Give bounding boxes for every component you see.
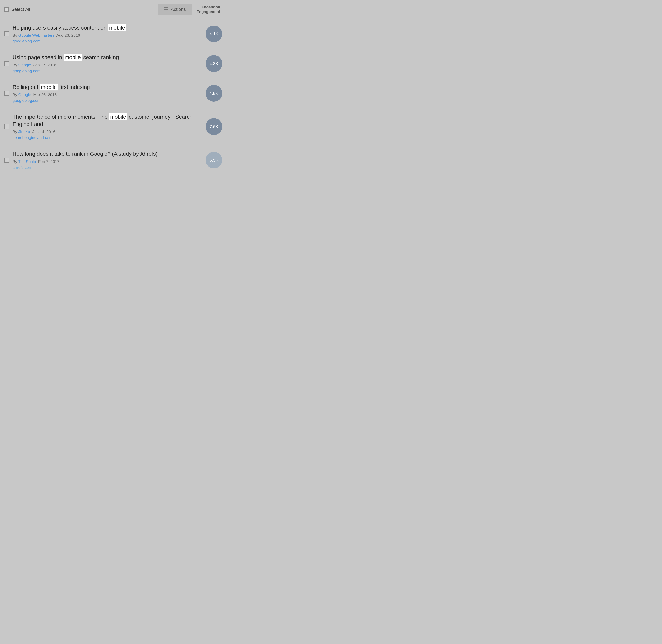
item-title-4: The importance of micro-moments: The mob… [13,113,202,128]
item-domain-2[interactable]: googleblog.com [13,69,41,73]
item-checkbox-2[interactable] [4,61,9,66]
svg-rect-3 [166,9,168,10]
author-link-1[interactable]: Google Webmasters [18,33,54,38]
engagement-badge-2: 4.8K [206,55,222,72]
item-content-4: The importance of micro-moments: The mob… [13,113,202,140]
actions-label: Actions [171,7,186,12]
list-item: The importance of micro-moments: The mob… [0,108,227,145]
item-domain-5[interactable]: ahrefs.com [13,165,32,170]
badge-value-1: 4.1K [209,31,218,37]
select-all-checkbox[interactable] [4,7,9,12]
highlight-mobile-1: mobile [108,24,126,31]
list-item: Rolling out mobile first indexing By Goo… [0,78,227,108]
highlight-mobile-3: mobile [40,84,58,91]
author-link-3[interactable]: Google [18,92,31,97]
item-meta-3: By Google Mar 26, 2018 [13,92,202,97]
content-list: Helping users easily access content on m… [0,19,227,175]
item-content-2: Using page speed in mobile search rankin… [13,54,202,73]
engagement-badge-1: 4.1K [206,25,222,42]
actions-button[interactable]: Actions [158,4,192,15]
item-checkbox-1[interactable] [4,31,9,37]
item-checkbox-5[interactable] [4,158,9,163]
item-content-1: Helping users easily access content on m… [13,24,202,44]
select-all-label: Select All [11,7,30,12]
item-content-3: Rolling out mobile first indexing By Goo… [13,84,202,103]
highlight-mobile-4: mobile [109,113,127,120]
item-domain-4[interactable]: searchengineland.com [13,135,52,140]
engagement-badge-5: 6.5K [206,152,222,168]
badge-value-3: 4.9K [209,91,218,96]
actions-icon [164,7,169,12]
list-item: Using page speed in mobile search rankin… [0,49,227,78]
author-link-5[interactable]: Tim Soulo [18,159,36,164]
badge-value-4: 7.6K [209,124,218,129]
fb-line2: Engagement [196,9,220,14]
item-meta-2: By Google Jan 17, 2018 [13,63,202,67]
highlight-mobile-2: mobile [64,54,82,61]
item-checkbox-3[interactable] [4,91,9,96]
item-checkbox-4[interactable] [4,124,9,129]
svg-rect-0 [164,7,166,8]
author-link-4[interactable]: Jim Yu [18,130,30,134]
item-meta-1: By Google Webmasters Aug 23, 2016 [13,33,202,38]
item-content-5: How long does it take to rank in Google?… [13,150,202,170]
toolbar: Select All Actions Facebook Engagement [0,0,227,19]
svg-rect-2 [166,7,168,8]
engagement-badge-4: 7.6K [206,118,222,135]
badge-value-2: 4.8K [209,61,218,66]
fb-line1: Facebook [196,5,220,9]
item-title-5: How long does it take to rank in Google?… [13,150,202,158]
item-domain-1[interactable]: googleblog.com [13,39,41,43]
engagement-badge-3: 4.9K [206,85,222,102]
list-item: Helping users easily access content on m… [0,19,227,49]
list-item: How long does it take to rank in Google?… [0,145,227,175]
item-meta-5: By Tim Soulo Feb 7, 2017 [13,159,202,164]
svg-rect-1 [164,9,166,10]
item-domain-3[interactable]: googleblog.com [13,98,41,103]
author-link-2[interactable]: Google [18,63,31,67]
item-title-2: Using page speed in mobile search rankin… [13,54,202,61]
item-title-3: Rolling out mobile first indexing [13,84,202,91]
fb-engagement-header: Facebook Engagement [196,5,220,14]
select-all-container[interactable]: Select All [4,7,30,12]
badge-value-5: 6.5K [209,158,218,163]
item-title-1: Helping users easily access content on m… [13,24,202,31]
item-meta-4: By Jim Yu Jun 14, 2016 [13,130,202,134]
